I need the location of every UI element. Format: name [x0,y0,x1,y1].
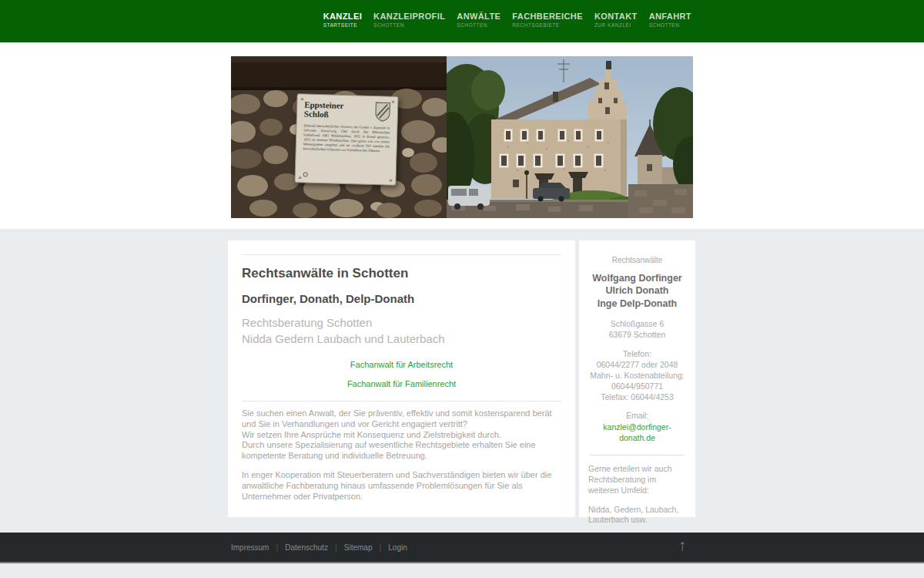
phone-label: Telefon: [588,349,686,360]
cooperation-paragraph: In enger Kooperation mit Steuerberatern … [242,470,561,502]
header-bar: KANZLEI STARTSEITE KANZLEIPROFIL SCHOTTE… [0,0,924,42]
intro-paragraph: Sie suchen einen Anwalt, der Sie prävent… [242,408,561,461]
address-street: Schloßgasse 6 [588,318,686,329]
screw-icon [300,97,303,100]
footer-bar: Impressum | Datenschutz | Sitemap | Logi… [0,533,924,563]
lawyer-name: Wolfgang Dorfinger [588,272,686,284]
page-subtitle: Dorfinger, Donath, Delp-Donath [242,292,561,305]
screw-icon [299,176,302,179]
footer-link-impressum[interactable]: Impressum [231,543,269,552]
lawyer-name: Inge Delp-Donath [588,297,686,310]
nav-label: ANFAHRT [649,12,691,21]
department-label: Mahn- u. Kostenabteilung: [588,371,686,381]
divider [590,455,685,455]
link-fachanwalt-familienrecht[interactable]: Fachanwalt für Familienrecht [242,379,561,388]
nav-sublabel: SCHOTTEN [457,22,500,28]
banner-image: Eppsteiner Schloß Ehemals herrschaftlich… [231,56,693,218]
plaque-emblem: · · · · · · · · [303,172,326,177]
region-note: Gerne erteilen wir auch Rechtsberatung i… [588,464,686,496]
fax-number: Telefax: 06044/4253 [588,392,686,403]
email-label: Email: [588,411,686,422]
separator: | [276,543,278,552]
footer-link-login[interactable]: Login [388,543,407,552]
link-fachanwalt-arbeitsrecht[interactable]: Fachanwalt für Arbeitsrecht [242,360,561,369]
emblem-caption: · · · · · · · · [310,173,326,177]
lantern-icon [524,170,529,175]
nav-label: ANWÄLTE [457,12,500,21]
sidebar-kicker: Rechtsanwälte [588,256,686,264]
nav-item-kontakt[interactable]: KONTAKT ZUR KANZLEI [594,12,638,28]
nav-label: FACHBEREICHE [512,12,583,21]
plaque-body-text: Ehemals herrschaftlicher Amtssitz der Gr… [303,124,390,154]
footer-navigation: Impressum | Datenschutz | Sitemap | Logi… [231,543,407,552]
email-link[interactable]: kanzlei@dorfinger-donath.de [588,422,686,444]
nav-item-kanzlei[interactable]: KANZLEI STARTSEITE [323,12,362,28]
nav-item-anfahrt[interactable]: ANFAHRT SCHOTTEN [649,12,691,28]
separator: | [335,543,337,552]
page-title: Rechtsanwälte in Schotten [242,266,561,281]
footer-link-sitemap[interactable]: Sitemap [344,543,373,552]
nav-sublabel: RECHTSGEBIETE [512,22,583,28]
separator: | [379,543,381,552]
castle-photo [447,56,693,218]
nav-sublabel: SCHOTTEN [373,22,445,28]
nav-item-fachbereiche[interactable]: FACHBEREICHE RECHTSGEBIETE [512,12,583,28]
nav-label: KANZLEI [323,12,362,21]
main-navigation: KANZLEI STARTSEITE KANZLEIPROFIL SCHOTTE… [323,12,691,28]
screw-icon [389,179,392,182]
address-city: 63679 Schotten [588,329,686,340]
footer-link-datenschutz[interactable]: Datenschutz [285,543,328,552]
lawyer-names: Wolfgang Dorfinger Ulrich Donath Inge De… [588,272,686,310]
chimney [606,61,611,69]
main-content-panel: Rechtsanwälte in Schotten Dorfinger, Don… [228,240,575,517]
phone-number: 06044/2277 oder 2048 [588,360,686,371]
nav-item-kanzleiprofil[interactable]: KANZLEIPROFIL SCHOTTEN [373,12,445,28]
address: Schloßgasse 6 63679 Schotten [588,318,686,340]
castle-graphic [447,56,693,218]
stone-wall-photo: Eppsteiner Schloß Ehemals herrschaftlich… [231,56,447,218]
divider [242,254,561,255]
castle-plaque: Eppsteiner Schloß Ehemals herrschaftlich… [294,93,398,186]
nav-item-anwaelte[interactable]: ANWÄLTE SCHOTTEN [457,12,500,28]
email-block: Email: kanzlei@dorfinger-donath.de [588,411,686,444]
nav-sublabel: ZUR KANZLEI [594,22,638,28]
coat-of-arms-icon [375,102,391,123]
region-list: Nidda, Gedern, Laubach, Lauterbach usw. [588,505,686,526]
phone-block: Telefon: 06044/2277 oder 2048 Mahn- u. K… [588,349,686,402]
scroll-to-top-icon[interactable]: ↑ [678,536,686,554]
screw-icon [391,100,394,103]
emblem-wheel-icon [303,172,308,176]
divider [242,401,561,402]
page: KANZLEI STARTSEITE KANZLEIPROFIL SCHOTTE… [0,0,924,578]
contact-sidebar: Rechtsanwälte Wolfgang Dorfinger Ulrich … [579,240,695,517]
department-phone: 06044/950771 [588,381,686,392]
lawyer-name: Ulrich Donath [588,284,686,297]
nav-label: KONTAKT [594,12,638,21]
tagline: Rechtsberatung Schotten Nidda Gedern Lau… [242,315,561,347]
nav-sublabel: STARTSEITE [323,22,362,28]
nav-sublabel: SCHOTTEN [649,22,691,28]
nav-label: KANZLEIPROFIL [373,12,445,21]
